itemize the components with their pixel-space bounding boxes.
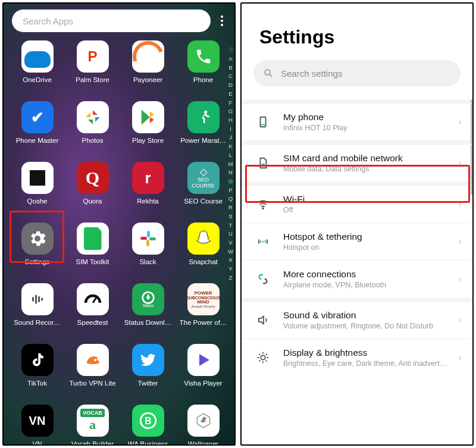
settings-item-sim[interactable]: SIM card and mobile networkMobile data, …	[242, 144, 472, 181]
app-label: SIM Toolkit	[76, 258, 109, 265]
index-letter[interactable]: A	[228, 55, 232, 64]
index-letter[interactable]: V	[228, 239, 232, 248]
app-wallpaper[interactable]: Wallpaper	[176, 402, 231, 446]
palm-store-icon: P	[77, 40, 109, 73]
app-label: VN	[33, 440, 42, 446]
app-turbo-vpn[interactable]: Turbo VPN Lite	[65, 342, 120, 401]
app-settings[interactable]: Settings	[10, 220, 65, 280]
app-photos[interactable]: Photos	[65, 99, 120, 158]
svg-rect-8	[41, 298, 43, 301]
index-letter[interactable]: X	[228, 256, 232, 265]
index-letter[interactable]: P	[228, 186, 232, 195]
power-marathon-icon	[187, 101, 220, 133]
index-letter[interactable]: Y	[228, 265, 232, 274]
snapchat-icon	[187, 223, 220, 255]
index-letter[interactable]: Z	[229, 274, 233, 283]
settings-item-display[interactable]: Display & brightnessBrightness, Eye care…	[242, 339, 472, 376]
search-icon	[263, 68, 274, 79]
index-letter[interactable]: U	[228, 230, 233, 239]
app-power-of[interactable]: POWERSUBCONSCIOUSMINDJoseph MurphyThe Po…	[176, 281, 231, 340]
index-letter[interactable]: ♡	[228, 46, 233, 55]
index-letter[interactable]: D	[228, 81, 233, 90]
settings-item-sub: Volume adjustment, Ringtone, Do Not Dist…	[283, 322, 448, 330]
link-icon	[253, 270, 273, 289]
app-label: Speedtest	[77, 319, 108, 326]
index-letter[interactable]: G	[228, 107, 233, 116]
index-letter[interactable]: W	[228, 248, 233, 256]
index-letter[interactable]: O	[228, 177, 233, 186]
app-power-marathon[interactable]: Power Marat…	[176, 99, 231, 158]
index-letter[interactable]: S	[228, 212, 232, 221]
chevron-right-icon: ›	[459, 274, 462, 284]
index-letter[interactable]: J	[229, 133, 232, 142]
svg-rect-5	[32, 297, 34, 302]
app-label: Wallpaper	[188, 440, 218, 446]
app-speedtest[interactable]: Speedtest	[65, 281, 120, 340]
index-letter[interactable]: M	[228, 160, 233, 169]
settings-item-sub: Infinix HOT 10 Play	[283, 124, 448, 132]
index-letter[interactable]: I	[230, 125, 231, 134]
app-tiktok[interactable]: TikTok	[10, 342, 65, 401]
status-downloader-icon: Status	[132, 283, 164, 315]
chevron-right-icon: ›	[459, 158, 462, 168]
app-phone[interactable]: Phone	[176, 38, 231, 98]
search-apps-input[interactable]: Search Apps	[12, 10, 211, 32]
index-letter[interactable]: F	[229, 99, 233, 108]
index-letter[interactable]: N	[228, 168, 233, 177]
svg-rect-1	[147, 231, 150, 237]
app-sim-toolkit[interactable]: SIM Toolkit	[65, 220, 120, 280]
alpha-index[interactable]: ♡ABCDEFGHIJKLMNOPQRSTUVWXYZ	[228, 46, 233, 283]
settings-item-sound[interactable]: Sound & vibrationVolume adjustment, Ring…	[242, 301, 472, 339]
index-letter[interactable]: B	[228, 64, 232, 73]
app-quora[interactable]: QQuora	[65, 159, 120, 219]
app-twitter[interactable]: Twitter	[120, 342, 176, 401]
index-letter[interactable]: R	[228, 203, 233, 212]
svg-marker-13	[199, 354, 209, 366]
vn-icon: VN	[21, 405, 54, 437]
app-play-store[interactable]: Play Store	[120, 99, 176, 158]
app-phone-master[interactable]: Phone Master	[10, 99, 65, 158]
index-letter[interactable]: C	[228, 72, 233, 81]
index-letter[interactable]: T	[229, 221, 233, 230]
app-slack[interactable]: Slack	[120, 220, 176, 280]
twitter-icon	[132, 344, 164, 376]
app-status-downloader[interactable]: StatusStatus Downl…	[120, 281, 176, 340]
turbo-vpn-icon	[77, 344, 109, 376]
tiktok-icon	[21, 344, 54, 376]
app-label: Turbo VPN Lite	[69, 380, 115, 387]
chevron-right-icon: ›	[459, 352, 462, 363]
settings-item-hotspot[interactable]: Hotspot & tetheringHotspot on ›	[242, 223, 472, 260]
svg-line-33	[259, 354, 261, 355]
index-letter[interactable]: E	[228, 90, 232, 99]
app-label: Settings	[25, 258, 50, 265]
app-wa-business[interactable]: BWA Business	[120, 402, 176, 446]
svg-line-34	[266, 361, 267, 362]
slack-icon	[132, 223, 164, 255]
index-letter[interactable]: Q	[228, 195, 233, 203]
app-onedrive[interactable]: OneDrive	[10, 38, 65, 98]
app-payoneer[interactable]: Payoneer	[120, 38, 176, 98]
more-menu-icon[interactable]	[215, 10, 228, 32]
app-seo-course[interactable]: ◇SEO COURSESEO Course	[176, 159, 231, 219]
svg-rect-3	[146, 240, 149, 246]
settings-item-more-connections[interactable]: More connectionsAirplane mode, VPN, Blue…	[242, 260, 472, 297]
app-vn[interactable]: VNVN	[10, 402, 65, 446]
index-letter[interactable]: K	[228, 142, 232, 151]
app-qoshe[interactable]: Qoshe	[10, 159, 65, 219]
settings-item-wifi[interactable]: Wi-FiOff ›	[242, 185, 472, 223]
play-store-icon	[132, 101, 164, 133]
sim-card-icon	[253, 153, 273, 173]
index-letter[interactable]: L	[229, 151, 232, 160]
app-rekhta[interactable]: rRekhta	[120, 159, 176, 219]
settings-search-input[interactable]: Search settings	[253, 60, 461, 86]
app-label: Slack	[139, 258, 156, 265]
app-label: Qoshe	[27, 198, 48, 205]
app-palm-store[interactable]: PPalm Store	[65, 38, 120, 98]
app-sound-recorder[interactable]: Sound Recor…	[10, 281, 65, 340]
settings-item-my-phone[interactable]: My phoneInfinix HOT 10 Play ›	[242, 103, 472, 140]
app-visha-player[interactable]: Visha Player	[176, 342, 231, 401]
index-letter[interactable]: H	[228, 116, 233, 125]
app-label: Twitter	[138, 380, 158, 387]
app-vocab-builder[interactable]: VOCABaVocab Builder	[65, 402, 120, 446]
app-snapchat[interactable]: Snapchat	[176, 220, 231, 280]
